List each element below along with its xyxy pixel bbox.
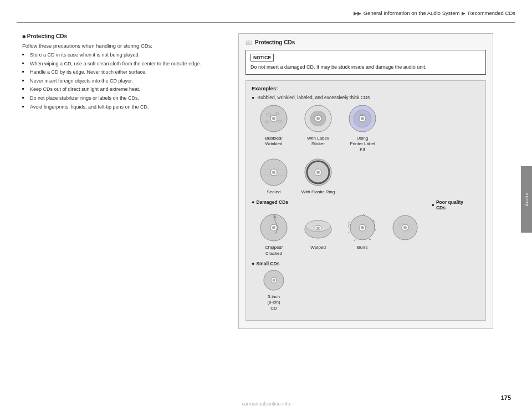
book-icon: 📖 [245,39,252,45]
page-number: 175 [501,394,511,401]
notice-label: NOTICE [250,54,274,61]
side-tab-label: Audio [524,192,529,206]
svg-point-36 [361,226,364,229]
cd-bubbled-icon [259,104,289,133]
cd-plastic-ring-icon [303,157,333,187]
examples-title: Examples: [252,85,480,91]
cd-item-small: 3-inch(8-cm)CD [252,269,296,311]
right-box-title: 📖 Protecting CDs [245,39,486,45]
cd-label-small: 3-inch(8-cm)CD [267,294,280,311]
poor-quality-label: Poor qualityCDs [436,199,463,210]
cd-label-chipped: Chipped/Cracked [265,245,283,256]
cd-printer-label-icon: ABC [347,104,377,133]
cd-label-warped: Warped [310,245,326,250]
bullet-item: Handle a CD by its edge. Never touch eit… [22,69,211,76]
cd-item-sealed: Sealed [252,157,296,195]
small-cd-row: 3-inch(8-cm)CD [252,269,480,311]
examples-intro: ● Bubbled, wrinkled, labeled, and excess… [252,95,480,100]
watermark: carmanualsonline.info [0,401,532,407]
cd-row-1: Bubbled/Wrinkled With Label/Sticker ABC [252,104,480,153]
bullet-item: Avoid fingerprints, liquids, and felt-ti… [22,104,211,111]
bullet-item: Store a CD in its case when it is not be… [22,52,211,59]
breadcrumb: ▶▶ General Information on the Audio Syst… [351,10,515,16]
svg-text:ABC: ABC [360,114,365,116]
notice-text: Do not insert a damaged CD. It may be st… [250,64,481,71]
cd-label-plastic-ring: With Plastic Ring [301,189,335,195]
cd-item-chipped: Chipped/Cracked [252,213,296,256]
damaged-label: Damaged CDs [256,199,288,205]
svg-point-14 [361,117,364,120]
damaged-header: ● Damaged CDs [252,199,288,205]
cd-poor-quality-icon [390,213,420,243]
cd-warped-icon [303,213,333,243]
arrow-icon: ▶▶ [354,11,361,16]
bullet-item: When wiping a CD, use a soft clean cloth… [22,60,211,68]
header-divider [17,22,515,23]
cd-label-sticker-icon [303,104,333,133]
cd-burrs-icon [347,213,377,243]
left-content: ■ Protecting CDs Follow these precaution… [22,33,211,112]
breadcrumb-part2: Recommended CDs [468,10,515,16]
bullet-list: Store a CD in its case when it is not be… [22,52,211,110]
breadcrumb-part1: General Information on the Audio System [364,10,460,16]
cd-item-bubbled: Bubbled/Wrinkled [252,104,296,147]
cd-item-poor-quality [390,213,420,244]
cd-item-warped: Warped [296,213,340,250]
damaged-cd-row: Chipped/Cracked Warped [252,213,480,256]
small-cds-label: Small CDs [256,261,279,266]
svg-point-18 [272,171,275,174]
cd-label-printer: UsingPrinter LabelKit [350,136,375,153]
examples-box: Examples: ● Bubbled, wrinkled, labeled, … [245,80,486,321]
cd-row-2: Sealed With Plastic Ring [252,157,480,195]
svg-point-2 [272,117,275,120]
breadcrumb-arrow: ▶ [462,11,466,16]
svg-point-33 [316,227,320,229]
cd-label-sticker: With Label/Sticker [307,136,329,147]
cd-item-printer-label: ABC UsingPrinter LabelKit [340,104,385,153]
protecting-cds-box: 📖 Protecting CDs NOTICE Do not insert a … [238,33,493,329]
bullet-item: Never insert foreign objects into the CD… [22,78,211,85]
left-subtitle: Follow these precautions when handling o… [22,43,211,49]
svg-point-39 [403,226,407,229]
small-cds-header: ● Small CDs [252,261,480,266]
notice-box: NOTICE Do not insert a damaged CD. It ma… [245,50,486,75]
svg-point-27 [272,226,275,229]
bullet-item: Do not place stabilizer rings or labels … [22,95,211,102]
cd-label-sealed: Sealed [267,189,281,195]
side-tab: Audio [521,166,532,233]
poor-quality-header: ● Poor qualityCDs [431,199,463,210]
svg-point-44 [273,279,275,281]
svg-point-10 [316,117,320,120]
bullet-item: Keep CDs out of direct sunlight and extr… [22,86,211,93]
cd-sealed-icon [259,157,289,187]
cd-label-bubbled: Bubbled/Wrinkled [265,136,283,147]
cd-item-burrs: Burrs [340,213,385,250]
damaged-section: ● Damaged CDs ● Poor qualityCDs [252,199,480,210]
cd-label-burrs: Burrs [357,245,367,250]
svg-point-24 [316,171,320,174]
cd-small-icon [262,269,285,292]
cd-item-plastic-ring: With Plastic Ring [296,157,340,195]
cd-item-label-sticker: With Label/Sticker [296,104,340,147]
cd-chipped-icon [259,213,289,243]
left-title: ■ Protecting CDs [22,33,211,39]
